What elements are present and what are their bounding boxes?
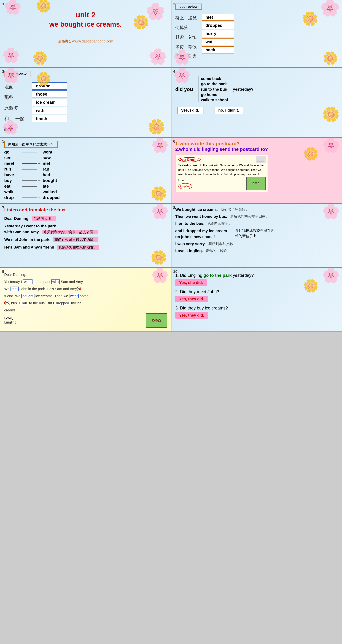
cell9-image: 🧒👦👧 bbox=[146, 314, 167, 328]
cell1-title-block: unit 2 we bought ice creams. bbox=[4, 11, 167, 28]
cell10-q1-green: go to the park bbox=[204, 273, 232, 278]
cell2-cn-2: 赶紧，匆忙 bbox=[175, 34, 197, 41]
cell3-en-3: with bbox=[32, 107, 67, 114]
stamp-lines-icon bbox=[256, 157, 265, 163]
verb-past-6: ate bbox=[43, 184, 64, 189]
cell8-row-4: i was very sorry. 我感到非常抱歉。 bbox=[175, 242, 338, 246]
verb-base-1: see bbox=[4, 155, 20, 160]
cell8-en-0: We bought ice creams. bbox=[175, 207, 218, 212]
cell7-zh-0: 亲爱的大明， bbox=[32, 216, 56, 221]
verb-past-7: walked bbox=[43, 190, 64, 194]
flower-deco-7: 🌸 bbox=[148, 48, 167, 66]
cell8-zh-0: 我们买了冰激凌。 bbox=[221, 207, 249, 212]
cell4-no: no, i didn't. bbox=[214, 106, 243, 114]
cell-num-10: 10 bbox=[173, 269, 178, 274]
cell9-image-icon: 🧒👦👧 bbox=[152, 319, 161, 322]
cell-num-9: 9 bbox=[2, 269, 4, 274]
cell3-review-label: let's review! bbox=[4, 71, 31, 77]
cell2-vocab-cn: 碰上，遇见 使掉落 赶紧，匆忙 等待，等候 回来，到家 bbox=[175, 14, 197, 60]
main-grid: 1 🌸 🌼 🌸 🌼 🌸 🌼 🌸 unit 2 we bought ice cre… bbox=[0, 0, 342, 332]
cell-5: 5 🌸 🌼 你知道下面单词的过去式吗？ go————→went see————→… bbox=[0, 137, 171, 204]
cell-num-8: 8 bbox=[173, 205, 175, 210]
cell3-vocab-en: ground those ice cream with finish bbox=[32, 82, 67, 134]
cell5-header: 你知道下面单词的过去式吗？ bbox=[4, 141, 58, 148]
cell8-zh-5: 爱你的，玲玲 bbox=[206, 248, 227, 253]
verb-row-0: go————→went bbox=[4, 150, 167, 154]
cell8-zh-1: 然后我们乘公交车回家。 bbox=[230, 214, 269, 219]
cell10-q1: 1. Did Lingling go to the park yesterday… bbox=[175, 273, 338, 278]
cell2-en-3: wait bbox=[202, 38, 234, 45]
cell8-en-1: Then we went home by bus. bbox=[175, 214, 227, 219]
verb-row-2: meet————→met bbox=[4, 161, 167, 166]
arrow-7: ————→ bbox=[22, 190, 41, 194]
cell8-row-5: Love, Lingling. 爱你的，玲玲 bbox=[175, 248, 338, 253]
cell-1: 1 🌸 🌼 🌸 🌼 🌸 🌼 🌸 unit 2 we bought ice cre… bbox=[0, 0, 171, 68]
cell-num-5: 5 bbox=[2, 139, 4, 144]
cell7-en-3: He's Sam and Amy's friend bbox=[4, 245, 54, 250]
cell-4: 4 🌸 🌼 did you come back go to the park r… bbox=[171, 68, 342, 137]
cell-9: 9 🌸 Dear Daming, Yesterday I went to the… bbox=[0, 268, 171, 332]
cell3-cn-4: 吃完 bbox=[4, 125, 24, 134]
flower-deco-5: 🌸 bbox=[2, 47, 20, 64]
highlight-went: went bbox=[23, 280, 32, 284]
cell4-item-4: walk to school bbox=[201, 98, 228, 102]
verb-past-5: bought bbox=[43, 178, 64, 183]
cell4-content: did you come back go to the park run to … bbox=[175, 76, 338, 102]
verb-past-3: ran bbox=[43, 167, 64, 172]
postcard-stamp bbox=[256, 156, 266, 163]
cell9-sign-name: Lingling bbox=[4, 320, 167, 324]
postcard-body: Yesterday I went to the park with Sam an… bbox=[178, 163, 265, 177]
verb-row-3: run————→ran bbox=[4, 167, 167, 172]
highlight-ran: ran bbox=[21, 301, 28, 306]
cell7-en-1b: with Sam and Amy. bbox=[4, 230, 40, 234]
cell8-zh-4: 我感到非常抱歉。 bbox=[208, 242, 237, 246]
highlight-met: met bbox=[10, 286, 18, 291]
cell4-yes: yes, i did. bbox=[177, 106, 204, 114]
cell4-bracket-list: come back go to the park run to the bus … bbox=[198, 76, 228, 102]
highlight-bought: bought bbox=[21, 294, 34, 298]
cell5-verb-table: go————→went see————→saw meet————→met run… bbox=[4, 150, 167, 200]
cell3-cn-1: 那些 bbox=[4, 93, 24, 102]
cell8-en-4: i was very sorry. bbox=[175, 242, 206, 246]
cell-num-4: 4 bbox=[173, 69, 175, 74]
arrow-6: ————→ bbox=[22, 184, 41, 188]
cell-6: 6 🌸 🌼 1.who wrote this postcard? 2.whom … bbox=[171, 137, 342, 204]
highlight-with: with bbox=[51, 280, 60, 284]
cell1-title1: unit 2 bbox=[4, 11, 167, 19]
postcard-image-label: 🧒👦👧 bbox=[252, 182, 260, 185]
cell2-vocab-table: 碰上，遇见 使掉落 赶紧，匆忙 等待，等候 回来，到家 met dropped … bbox=[175, 14, 338, 60]
cell8-en-2: I ran to the bus. bbox=[175, 221, 204, 226]
cell1-watermark: 道格办公-www.daogebangong.com bbox=[4, 39, 167, 44]
verb-base-4: have bbox=[4, 172, 20, 177]
verb-base-6: eat bbox=[4, 184, 20, 189]
cell8-row-1: Then we went home by bus. 然后我们乘公交车回家。 bbox=[175, 214, 338, 219]
cell2-cn-1: 使掉落 bbox=[175, 24, 197, 31]
arrow-4: ————→ bbox=[22, 172, 41, 177]
flower-deco-c9-1: 🌸 bbox=[151, 268, 169, 284]
cell6-q1: 1.who wrote this postcard? bbox=[175, 141, 338, 146]
cell1-title2: we bought ice creams. bbox=[4, 20, 167, 28]
verb-base-5: buy bbox=[4, 178, 20, 183]
verb-row-8: drop————→ dropped bbox=[4, 195, 167, 200]
cell2-en-0: met bbox=[202, 14, 234, 21]
verb-base-8: drop bbox=[4, 195, 20, 200]
verb-base-2: meet bbox=[4, 161, 20, 166]
cell3-vocab-table: 地面 那些 冰激凌 和.....一起 吃完 ground those ice c… bbox=[4, 82, 167, 134]
verb-row-5: buy————→bought bbox=[4, 178, 167, 183]
cell-num-6: 6 bbox=[173, 139, 175, 144]
cell6-questions: 1.who wrote this postcard? 2.whom did li… bbox=[175, 141, 338, 152]
cell7-zh-2: 我们在公园里遇见了约翰。 bbox=[53, 237, 98, 242]
verb-past-1: saw bbox=[43, 155, 64, 160]
flower-deco-c7-2: 🌼 bbox=[150, 250, 167, 266]
cell4-did-you: did you bbox=[175, 86, 193, 92]
arrow-1: ————→ bbox=[22, 156, 41, 160]
cell6-q2: 2.whom did lingling send the postcard to… bbox=[175, 146, 338, 152]
verb-past-4: had bbox=[43, 172, 64, 177]
cell-num-3: 3 bbox=[2, 69, 4, 74]
postcard-sign: Lingling bbox=[178, 183, 192, 190]
cell2-en-2: hurry bbox=[202, 30, 234, 37]
cell7-line-1: Yesterday I went to the park with Sam an… bbox=[4, 223, 167, 235]
cell8-zh-2: 我跑向公交车。 bbox=[207, 221, 232, 226]
cell3-cn-3: 和.....一起 bbox=[4, 114, 24, 123]
cell4-yesterday: yesterday? bbox=[233, 87, 254, 92]
